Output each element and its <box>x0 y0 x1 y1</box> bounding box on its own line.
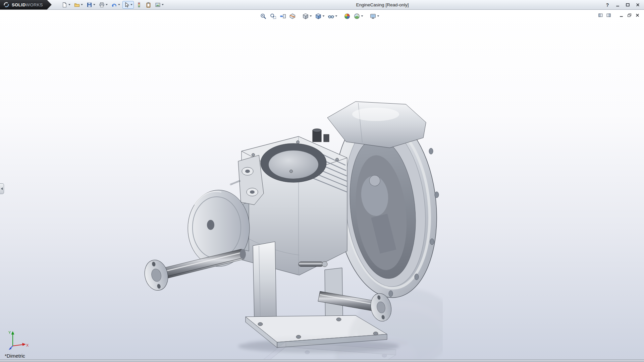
zoom-to-area-button[interactable] <box>269 12 278 20</box>
full-pane-icon <box>606 13 611 17</box>
titlebar: SOLIDWORKS EngineCasing [Read-only] ? <box>0 0 644 10</box>
close-icon <box>635 13 640 17</box>
chevron-down-icon[interactable] <box>68 4 70 5</box>
maximize-button[interactable] <box>625 2 631 8</box>
view-orientation-icon <box>303 13 309 19</box>
open-button[interactable] <box>73 1 84 9</box>
window-controls: ? <box>604 0 641 10</box>
chevron-left-icon <box>1 187 3 190</box>
hide-show-items-icon <box>328 13 334 19</box>
full-pane-button[interactable] <box>606 12 611 18</box>
chevron-down-icon[interactable] <box>81 4 83 5</box>
chevron-down-icon[interactable] <box>93 4 95 5</box>
apply-scene-button[interactable] <box>353 12 365 20</box>
options-button[interactable] <box>154 1 165 9</box>
maximize-icon <box>626 3 630 7</box>
solidworks-window: SOLIDWORKS EngineCasing [Read-only] ? <box>0 0 644 362</box>
dassault-3ds-icon <box>3 2 9 8</box>
chevron-down-icon[interactable] <box>106 4 108 5</box>
engine-casing-model[interactable] <box>141 94 443 359</box>
new-button[interactable] <box>60 1 72 9</box>
solidworks-logo: SOLIDWORKS <box>0 0 52 10</box>
help-button[interactable]: ? <box>604 2 610 8</box>
select-cursor-icon <box>124 2 129 8</box>
minimize-icon <box>615 3 620 7</box>
close-icon <box>636 3 640 7</box>
chevron-down-icon[interactable] <box>361 15 363 17</box>
view-orientation-button[interactable] <box>301 12 313 20</box>
featuremanager-collapsed-tab[interactable] <box>0 183 4 194</box>
save-button[interactable] <box>85 1 97 9</box>
reference-triad: Y X <box>7 329 29 352</box>
zoom-to-fit-icon <box>260 13 267 19</box>
chevron-down-icon[interactable] <box>323 15 325 17</box>
previous-view-button[interactable] <box>278 12 287 20</box>
minimize-document-button[interactable] <box>619 12 624 18</box>
display-style-button[interactable] <box>314 12 326 20</box>
heads-up-toolbar <box>259 12 381 20</box>
clipboard-icon <box>146 2 151 8</box>
zoom-to-area-icon <box>270 13 276 19</box>
chevron-down-icon[interactable] <box>162 4 164 5</box>
edit-appearance-icon <box>344 13 351 19</box>
minimize-icon <box>619 13 624 17</box>
minimize-button[interactable] <box>614 2 621 8</box>
chevron-down-icon[interactable] <box>377 15 379 17</box>
status-lights-button[interactable] <box>135 1 143 9</box>
chevron-down-icon[interactable] <box>130 4 132 5</box>
close-document-button[interactable] <box>635 12 640 18</box>
triad-x-label: X <box>26 343 29 347</box>
chevron-down-icon[interactable] <box>335 15 337 17</box>
image-options-icon <box>155 2 161 8</box>
hide-show-items-button[interactable] <box>327 12 339 20</box>
view-settings-icon <box>370 13 376 19</box>
document-window-controls <box>598 12 640 18</box>
restore-document-button[interactable] <box>627 12 632 18</box>
edit-appearance-button[interactable] <box>343 12 352 20</box>
brand-works: WORKS <box>26 2 43 7</box>
graphics-viewport[interactable]: Y X *Dimetric <box>0 10 644 359</box>
zoom-to-fit-button[interactable] <box>259 12 268 20</box>
split-pane-button[interactable] <box>598 12 603 18</box>
undo-icon <box>111 2 117 8</box>
status-bar <box>0 359 644 362</box>
main-toolbar <box>60 1 165 9</box>
print-button[interactable] <box>98 1 109 9</box>
select-button[interactable] <box>122 1 134 9</box>
section-view-button[interactable] <box>288 12 297 20</box>
window-title: EngineCasing [Read-only] <box>356 0 409 10</box>
view-orientation-label: *Dimetric <box>5 353 25 359</box>
section-view-icon <box>289 13 296 19</box>
status-lights-icon <box>136 2 142 8</box>
display-style-icon <box>315 13 322 19</box>
split-pane-icon <box>598 13 603 17</box>
brand-solid: SOLID <box>12 2 26 7</box>
view-settings-button[interactable] <box>369 12 381 20</box>
clipboard-button[interactable] <box>144 1 153 9</box>
restore-icon <box>627 13 632 17</box>
new-document-icon <box>62 2 67 8</box>
open-folder-icon <box>74 2 80 8</box>
apply-scene-icon <box>354 13 360 19</box>
chevron-down-icon[interactable] <box>310 15 312 17</box>
save-icon <box>87 2 92 8</box>
undo-button[interactable] <box>110 1 121 9</box>
chevron-down-icon[interactable] <box>118 4 120 5</box>
triad-y-label: Y <box>8 330 11 335</box>
print-icon <box>99 2 105 8</box>
previous-view-icon <box>280 13 286 19</box>
close-button[interactable] <box>635 2 641 8</box>
brand-text: SOLIDWORKS <box>12 2 43 8</box>
